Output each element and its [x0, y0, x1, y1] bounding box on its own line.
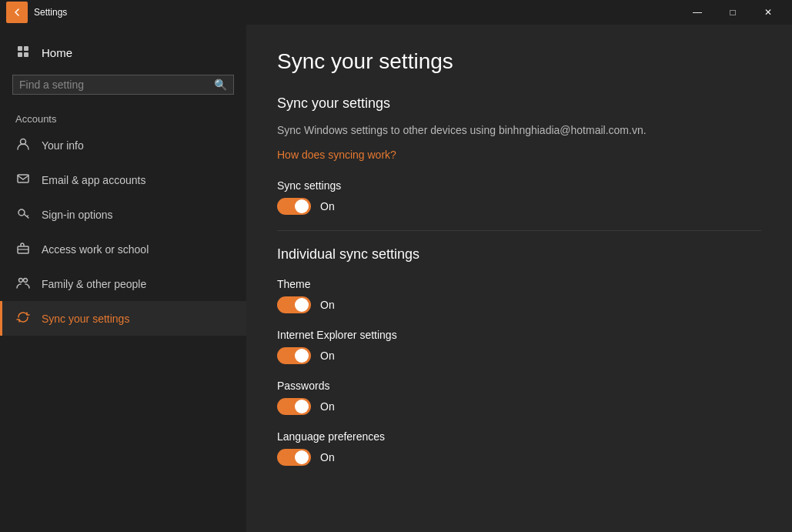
sync-settings-group: Sync settings On — [277, 179, 761, 215]
sync-settings-toggle-row: On — [277, 198, 761, 215]
sidebar-item-label: Access work or school — [42, 243, 149, 256]
maximize-button[interactable]: □ — [715, 0, 750, 25]
passwords-label: Passwords — [277, 380, 761, 392]
language-toggle[interactable] — [277, 449, 311, 466]
individual-section-title: Individual sync settings — [277, 246, 761, 263]
title-bar: Settings — □ ✕ — [0, 0, 792, 25]
search-icon: 🔍 — [214, 79, 227, 91]
passwords-toggle-row: On — [277, 398, 761, 415]
sidebar-item-label: Your info — [42, 139, 84, 152]
family-icon — [15, 276, 31, 292]
ie-settings-toggle-row: On — [277, 347, 761, 364]
how-syncing-link[interactable]: How does syncing work? — [277, 149, 396, 161]
theme-toggle-row: On — [277, 296, 761, 313]
sidebar-item-email-accounts[interactable]: Email & app accounts — [0, 162, 246, 197]
home-icon — [15, 45, 31, 61]
sidebar-item-label: Email & app accounts — [42, 174, 145, 186]
sidebar-item-sign-in[interactable]: Sign-in options — [0, 197, 246, 232]
svg-rect-2 — [18, 52, 22, 57]
svg-rect-5 — [18, 175, 28, 182]
sidebar: Home 🔍 Accounts Your info Em — [0, 25, 246, 532]
sidebar-item-your-info[interactable]: Your info — [0, 128, 246, 162]
ie-settings-toggle[interactable] — [277, 347, 311, 364]
section-divider — [277, 230, 761, 231]
sidebar-item-label: Sign-in options — [42, 209, 113, 221]
language-group: Language preferences On — [277, 430, 761, 466]
svg-rect-3 — [24, 52, 28, 57]
theme-label: Theme — [277, 278, 761, 290]
language-value: On — [320, 451, 335, 463]
person-icon — [15, 137, 31, 153]
passwords-value: On — [320, 400, 335, 413]
svg-point-10 — [24, 279, 28, 283]
sidebar-item-work-school[interactable]: Access work or school — [0, 232, 246, 266]
ie-settings-group: Internet Explorer settings On — [277, 329, 761, 364]
main-section-title: Sync your settings — [277, 95, 761, 112]
sidebar-section-label: Accounts — [0, 107, 246, 128]
window-controls: — □ ✕ — [680, 0, 786, 25]
language-label: Language preferences — [277, 430, 761, 443]
svg-point-9 — [19, 279, 23, 283]
sync-settings-toggle[interactable] — [277, 198, 311, 215]
sidebar-item-label: Sync your settings — [42, 313, 129, 325]
search-box[interactable]: 🔍 — [12, 75, 234, 95]
search-input[interactable] — [19, 79, 214, 91]
ie-settings-label: Internet Explorer settings — [277, 329, 761, 341]
home-label: Home — [42, 46, 72, 59]
passwords-group: Passwords On — [277, 380, 761, 415]
sidebar-home[interactable]: Home — [0, 37, 246, 69]
back-button[interactable] — [6, 2, 28, 23]
email-icon — [15, 172, 31, 188]
svg-rect-1 — [24, 46, 28, 51]
description-text: Sync Windows settings to other devices u… — [277, 122, 662, 139]
svg-rect-0 — [18, 46, 22, 51]
minimize-button[interactable]: — — [680, 0, 715, 25]
sync-settings-value: On — [320, 200, 335, 212]
page-title: Sync your settings — [277, 49, 761, 74]
sidebar-item-sync-settings[interactable]: Sync your settings — [0, 301, 246, 336]
theme-group: Theme On — [277, 278, 761, 313]
close-button[interactable]: ✕ — [750, 0, 786, 25]
sync-icon — [15, 310, 31, 326]
app-container: Home 🔍 Accounts Your info Em — [0, 25, 792, 532]
window-title: Settings — [34, 7, 680, 18]
language-toggle-row: On — [277, 449, 761, 466]
briefcase-icon — [15, 241, 31, 257]
theme-value: On — [320, 299, 335, 311]
sidebar-item-family[interactable]: Family & other people — [0, 266, 246, 301]
key-icon — [15, 206, 31, 223]
sync-settings-label: Sync settings — [277, 179, 761, 192]
content-area: Sync your settings Sync your settings Sy… — [246, 25, 792, 532]
theme-toggle[interactable] — [277, 296, 311, 313]
sidebar-item-label: Family & other people — [42, 278, 146, 290]
passwords-toggle[interactable] — [277, 398, 311, 415]
ie-settings-value: On — [320, 350, 335, 362]
